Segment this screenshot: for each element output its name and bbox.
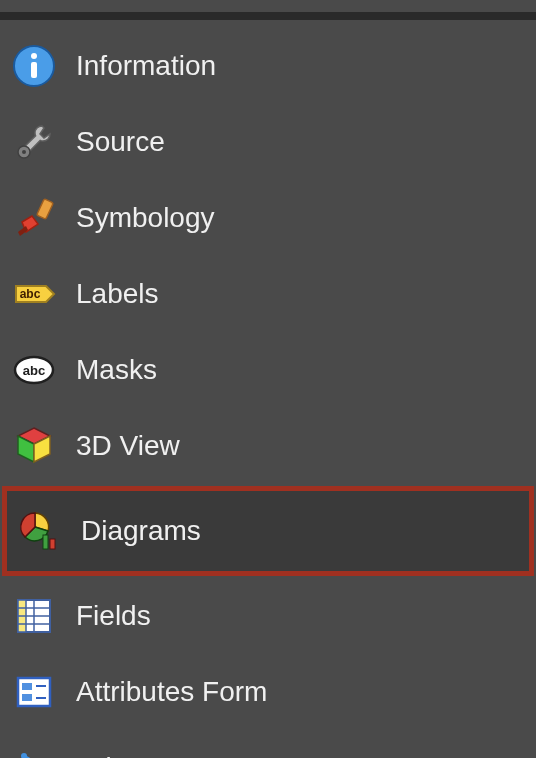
info-icon — [10, 42, 58, 90]
join-icon — [10, 744, 58, 758]
fields-icon — [10, 592, 58, 640]
label-tag-icon: abc — [10, 270, 58, 318]
sidebar-item-label: Symbology — [76, 202, 215, 234]
svg-rect-19 — [22, 694, 32, 701]
sidebar-item-label: Labels — [76, 278, 159, 310]
sidebar-item-label: Information — [76, 50, 216, 82]
sidebar-item-label: Masks — [76, 354, 157, 386]
sidebar-item-source[interactable]: Source — [0, 104, 536, 180]
sidebar-item-label: Source — [76, 126, 165, 158]
sidebar-item-joins[interactable]: Joins — [0, 730, 536, 758]
svg-text:abc: abc — [20, 287, 41, 301]
svg-point-1 — [31, 53, 37, 59]
svg-rect-5 — [37, 199, 54, 220]
cube-icon — [10, 422, 58, 470]
paintbrush-icon — [10, 194, 58, 242]
sidebar-item-labels[interactable]: abc Labels — [0, 256, 536, 332]
svg-text:abc: abc — [23, 363, 45, 378]
form-icon — [10, 668, 58, 716]
sidebar-item-label: Joins — [76, 752, 141, 758]
sidebar-item-masks[interactable]: abc Masks — [0, 332, 536, 408]
pie-chart-icon — [15, 507, 63, 555]
sidebar-item-label: 3D View — [76, 430, 180, 462]
wrench-icon — [10, 118, 58, 166]
mask-icon: abc — [10, 346, 58, 394]
svg-rect-17 — [18, 678, 50, 706]
svg-point-4 — [22, 150, 26, 154]
svg-rect-2 — [31, 62, 37, 78]
sidebar-item-diagrams[interactable]: Diagrams — [2, 486, 534, 576]
sidebar-item-label: Diagrams — [81, 515, 201, 547]
layer-properties-sidebar: Information Source Symbology abc — [0, 0, 536, 758]
sidebar-item-label: Fields — [76, 600, 151, 632]
sidebar-item-label: Attributes Form — [76, 676, 267, 708]
sidebar-item-symbology[interactable]: Symbology — [0, 180, 536, 256]
sidebar-item-fields[interactable]: Fields — [0, 578, 536, 654]
svg-rect-10 — [50, 539, 55, 549]
svg-rect-18 — [22, 683, 32, 690]
sidebar-item-attributes-form[interactable]: Attributes Form — [0, 654, 536, 730]
title-bar — [0, 12, 536, 20]
sidebar-item-3d-view[interactable]: 3D View — [0, 408, 536, 484]
sidebar-item-information[interactable]: Information — [0, 28, 536, 104]
svg-rect-9 — [43, 535, 48, 549]
svg-point-23 — [21, 753, 27, 758]
